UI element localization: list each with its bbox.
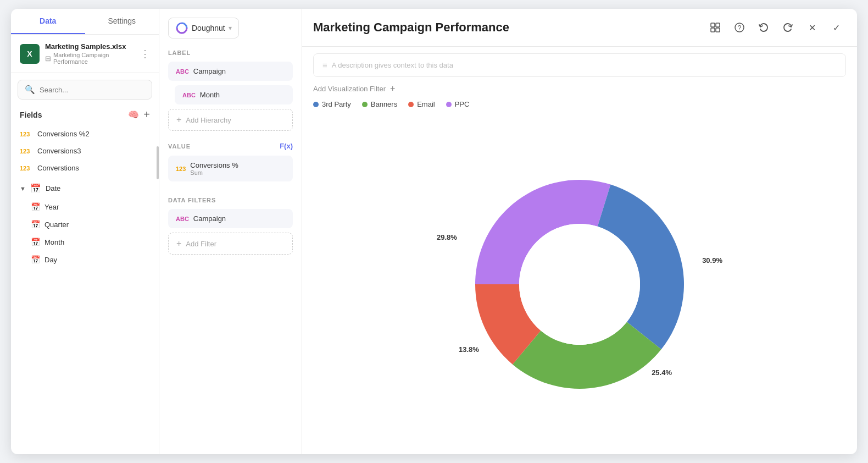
plus-icon: +	[390, 84, 395, 93]
chart-area: 30.9% 29.8% 25.4% 13.8%	[302, 114, 857, 454]
description-bar[interactable]: ≡ A description gives context to this da…	[313, 53, 846, 77]
svg-rect-2	[711, 23, 715, 27]
tab-settings[interactable]: Settings	[85, 9, 159, 34]
field-month[interactable]: 📅 Month	[26, 233, 152, 251]
calendar-icon: 📅	[31, 202, 40, 211]
field-year[interactable]: 📅 Year	[26, 198, 152, 216]
svg-point-1	[179, 25, 185, 31]
viz-filter-bar[interactable]: Add Visualization Filter +	[313, 84, 846, 93]
file-info: Marketing Samples.xlsx ⊟ Marketing Campa…	[45, 42, 135, 65]
chevron-down-icon: ▾	[229, 24, 232, 32]
redo-icon	[782, 22, 793, 33]
chart-header: Marketing Campaign Performance ?	[302, 9, 857, 47]
chevron-down-icon: ▼	[20, 185, 26, 192]
data-filters-section-header: DATA FILTERS	[168, 197, 293, 203]
svg-rect-3	[716, 23, 720, 27]
fx-button[interactable]: F(x)	[280, 142, 293, 150]
undo-button[interactable]	[754, 18, 774, 37]
help-icon: ?	[734, 22, 745, 33]
tab-data[interactable]: Data	[11, 9, 85, 34]
label-25-4: 25.4%	[652, 368, 672, 377]
svg-text:?: ?	[738, 24, 742, 32]
menu-icon: ≡	[322, 60, 327, 70]
add-hierarchy-button[interactable]: + Add Hierarchy	[168, 109, 293, 131]
field-conversions2[interactable]: 123 Conversions %2	[15, 125, 152, 142]
excel-icon: X	[20, 44, 40, 64]
undo-icon	[758, 22, 769, 33]
chart-panel: Marketing Campaign Performance ?	[302, 9, 857, 454]
fields-label: Fields	[20, 111, 42, 119]
value-section-header: VALUE	[168, 143, 191, 150]
label-30-9: 30.9%	[702, 256, 722, 264]
description-placeholder: A description gives context to this data	[332, 61, 453, 69]
search-icon: 🔍	[25, 85, 35, 95]
calendar-icon: 📅	[31, 220, 40, 229]
filter-campaign-item[interactable]: ABC Campaign	[168, 209, 293, 228]
doughnut-chart: 30.9% 29.8% 25.4% 13.8%	[464, 169, 695, 400]
close-icon: ✕	[809, 23, 816, 33]
label-13-8: 13.8%	[459, 345, 479, 354]
label-29-8: 29.8%	[437, 233, 457, 241]
field-conversions3[interactable]: 123 Conversions3	[15, 142, 152, 159]
add-filter-button[interactable]: + Add Filter	[168, 233, 293, 255]
svg-rect-5	[716, 28, 720, 32]
more-options-button[interactable]: ⋮	[140, 48, 150, 60]
legend-dot-3rdparty	[313, 102, 319, 107]
chart-legend: 3rd Party Banners Email PPC	[302, 100, 857, 114]
legend-3rdparty: 3rd Party	[313, 100, 351, 108]
search-input[interactable]	[40, 86, 145, 94]
calendar-icon: 📅	[31, 238, 40, 246]
confirm-button[interactable]: ✓	[826, 18, 846, 37]
grid-view-button[interactable]	[705, 18, 725, 37]
calendar-icon: 📅	[30, 183, 41, 194]
legend-ppc: PPC	[446, 100, 470, 108]
redo-button[interactable]	[778, 18, 798, 37]
field-converstions[interactable]: 123 Converstions	[15, 159, 152, 177]
chart-type-label: Doughnut	[192, 24, 225, 32]
check-icon: ✓	[833, 23, 840, 33]
config-panel: Doughnut ▾ LABEL ABC Campaign ABC Month …	[159, 9, 302, 454]
doughnut-svg	[464, 169, 695, 400]
date-children: 📅 Year 📅 Quarter 📅 Month 📅	[15, 198, 152, 268]
add-field-button[interactable]: +	[143, 108, 150, 121]
calendar-icon: 📅	[31, 255, 40, 264]
field-list: 123 Conversions %2 123 Conversions3 123 …	[11, 125, 157, 454]
legend-dot-banners	[362, 102, 368, 107]
search-bar[interactable]: 🔍	[18, 80, 152, 100]
plus-icon: +	[176, 115, 181, 125]
label-campaign-item[interactable]: ABC Campaign	[168, 62, 293, 81]
help-button[interactable]: ?	[730, 18, 749, 37]
doughnut-chart-icon	[175, 21, 188, 35]
field-day[interactable]: 📅 Day	[26, 251, 152, 268]
close-button[interactable]: ✕	[802, 18, 822, 37]
chart-type-selector[interactable]: Doughnut ▾	[168, 18, 239, 38]
legend-dot-ppc	[446, 102, 452, 107]
file-subtitle: ⊟ Marketing Campaign Performance	[45, 52, 135, 65]
plus-icon: +	[176, 239, 181, 249]
value-conversions-item[interactable]: 123 Conversions % Sum	[168, 156, 293, 181]
label-month-item[interactable]: ABC Month	[175, 85, 293, 104]
legend-banners: Banners	[362, 100, 397, 108]
header-actions: ? ✕	[705, 18, 846, 37]
date-group: ▼ 📅 Date 📅 Year 📅 Quarter	[15, 179, 152, 268]
grid-icon	[710, 22, 721, 33]
legend-email: Email	[408, 100, 435, 108]
brain-icon[interactable]: 🧠	[128, 109, 139, 120]
scrollbar[interactable]	[157, 125, 159, 454]
svg-point-8	[519, 224, 640, 345]
chart-title: Marketing Campaign Performance	[313, 20, 509, 35]
label-section-header: LABEL	[168, 49, 293, 56]
field-quarter[interactable]: 📅 Quarter	[26, 216, 152, 233]
svg-rect-4	[711, 28, 715, 32]
viz-filter-label: Add Visualization Filter	[313, 85, 386, 93]
date-parent[interactable]: ▼ 📅 Date	[15, 179, 152, 198]
legend-dot-email	[408, 102, 414, 107]
file-name: Marketing Samples.xlsx	[45, 42, 135, 51]
